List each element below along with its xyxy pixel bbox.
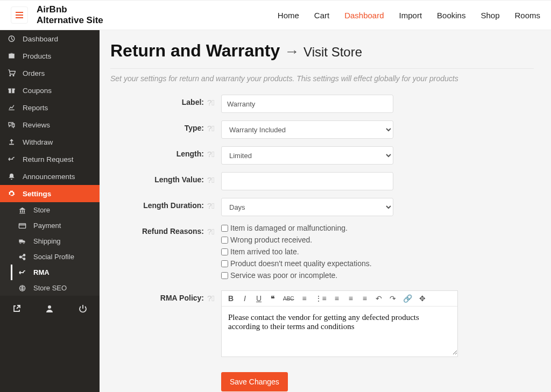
refund-reason-checkbox-4[interactable] [221,272,228,279]
bank-icon [17,206,27,214]
sidebar-item-reviews[interactable]: Reviews [0,116,100,133]
topnav-bookins[interactable]: Bookins [437,11,465,20]
top-nav: HomeCartDashboardImportBookinsShopRooms [278,11,540,20]
sidebar-item-reports[interactable]: Reports [0,99,100,116]
svg-point-9 [19,256,22,258]
length-value-input[interactable] [221,172,393,190]
label-type: Type: [110,120,207,132]
save-button[interactable]: Save Changes [221,372,288,391]
refund-reason-checkbox-3[interactable] [221,260,228,267]
user-icon[interactable] [45,304,54,316]
help-icon[interactable]: ?⃝ [207,198,221,210]
power-icon[interactable] [79,304,87,316]
refund-reasons-list: Item is damaged or malfunctioning.Wrong … [221,224,372,283]
editor-toolbar: B I U ❝ ABC ≡ ⋮≡ ≡ ≡ ≡ ↶ ↷ 🔗 ✥ [222,291,457,307]
italic-icon[interactable]: I [241,294,249,303]
underline-icon[interactable]: U [255,294,263,303]
help-icon[interactable]: ?⃝ [207,224,221,236]
type-select[interactable]: Warranty Included [221,120,393,139]
sidebar-item-label: Dashboard [23,35,58,43]
subsidebar-item-payment[interactable]: Payment [11,218,100,233]
refund-reason-row: Product doesn't meet quality expectation… [221,259,372,268]
sidebar-item-label: Announcements [23,173,75,181]
topbar: AirBnb Alternative Site HomeCartDashboar… [0,0,551,30]
svg-point-11 [23,258,25,260]
help-icon[interactable]: ?⃝ [207,172,221,184]
sidebar-item-orders[interactable]: Orders [0,65,100,82]
sidebar-item-withdraw[interactable]: Withdraw [0,133,100,151]
rma-policy-editor: B I U ❝ ABC ≡ ⋮≡ ≡ ≡ ≡ ↶ ↷ 🔗 ✥ [221,290,458,357]
subsidebar-item-label: RMA [33,268,50,276]
quote-icon[interactable]: ❝ [269,294,277,303]
topnav-cart[interactable]: Cart [314,11,329,20]
sidebar: DashboardProductsOrdersCouponsReportsRev… [0,30,100,392]
refund-reason-label: Item is damaged or malfunctioning. [230,224,348,232]
◉-icon [6,35,16,42]
bold-icon[interactable]: B [227,294,235,303]
rma-policy-textarea[interactable] [222,307,457,355]
page-header: Return and Warranty → Visit Store [110,41,534,61]
topnav-shop[interactable]: Shop [481,11,499,20]
bullet-list-icon[interactable]: ≡ [301,294,308,303]
svg-point-10 [23,254,25,256]
bell-icon [6,173,16,180]
card-icon [17,222,27,230]
brand-title: AirBnb Alternative Site [37,4,103,25]
sidebar-item-return-request[interactable]: Return Request [0,151,100,168]
help-icon[interactable]: ?⃝ [207,290,221,303]
topnav-home[interactable]: Home [278,11,299,20]
sidebar-bottom [0,298,100,322]
label-input[interactable] [221,95,393,113]
subsidebar-item-social-profile[interactable]: Social Profile [11,249,100,265]
redo-icon[interactable]: ↷ [389,294,397,303]
refund-reason-checkbox-2[interactable] [221,248,228,255]
globe-icon [17,284,27,292]
length-duration-select[interactable]: Days [221,198,393,216]
refund-reason-checkbox-1[interactable] [221,237,228,244]
content-area: Return and Warranty → Visit Store Set yo… [100,30,551,392]
upload-icon [6,138,16,146]
align-right-icon[interactable]: ≡ [361,294,369,303]
sidebar-item-coupons[interactable]: Coupons [0,82,100,99]
refund-reason-row: Service was poor or incomplete. [221,271,372,280]
topnav-rooms[interactable]: Rooms [514,11,540,20]
subsidebar-item-store[interactable]: Store [11,202,100,218]
strikethrough-icon[interactable]: ABC [283,296,294,302]
fullscreen-icon[interactable]: ✥ [419,294,426,303]
sidebar-item-label: Return Request [23,155,74,163]
truck-icon [17,238,27,245]
sidebar-item-label: Orders [23,69,45,77]
refund-reason-row: Item is damaged or malfunctioning. [221,224,372,232]
label-length-value: Length Value: [110,172,207,184]
subsidebar-item-label: Store SEO [33,284,67,292]
refund-reason-label: Product doesn't meet quality expectation… [230,259,372,268]
sidebar-item-label: Reports [23,104,48,112]
topnav-dashboard[interactable]: Dashboard [344,11,384,20]
sidebar-item-announcements[interactable]: Announcements [0,168,100,185]
subsidebar-item-rma[interactable]: RMA [11,265,100,280]
align-center-icon[interactable]: ≡ [347,294,355,303]
subsidebar-item-store-seo[interactable]: Store SEO [11,280,100,296]
link-icon[interactable]: 🔗 [403,294,412,303]
sidebar-item-settings[interactable]: Settings [0,185,100,202]
briefcase-icon [6,52,16,60]
label-length: Length: [110,146,207,158]
hamburger-button[interactable] [11,6,28,24]
label-label: Label: [110,95,207,106]
page-description: Set your settings for return and warrant… [110,74,534,83]
length-select[interactable]: Limited [221,146,393,165]
visit-store-link[interactable]: Visit Store [303,45,362,59]
align-left-icon[interactable]: ≡ [333,294,341,303]
topnav-import[interactable]: Import [399,11,422,20]
number-list-icon[interactable]: ⋮≡ [315,294,327,303]
undo-icon[interactable]: ↶ [375,294,383,303]
subsidebar-item-shipping[interactable]: Shipping [11,233,100,249]
sidebar-item-products[interactable]: Products [0,47,100,65]
external-link-icon[interactable] [12,304,21,316]
help-icon[interactable]: ?⃝ [207,95,221,107]
refund-reason-checkbox-0[interactable] [221,225,228,232]
sidebar-item-dashboard[interactable]: Dashboard [0,30,100,47]
help-icon[interactable]: ?⃝ [207,146,221,159]
help-icon[interactable]: ?⃝ [207,120,221,133]
refund-reason-label: Service was poor or incomplete. [230,271,337,280]
